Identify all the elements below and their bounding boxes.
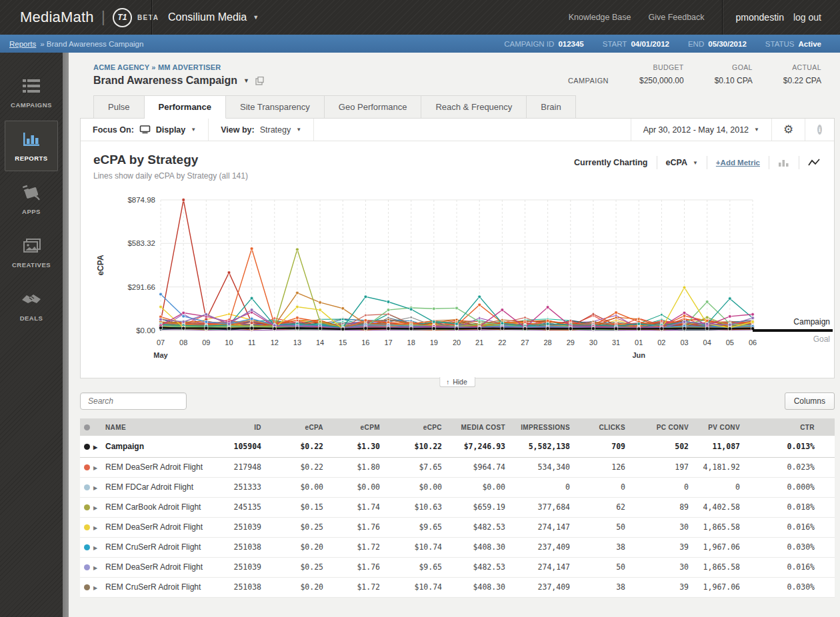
row-value: 4,402.58 xyxy=(689,497,740,517)
data-point xyxy=(410,316,413,319)
data-point xyxy=(319,301,322,305)
row-name[interactable]: REM CarBook Adroit Flight xyxy=(105,497,205,517)
y-axis-tick-label: $874.98 xyxy=(127,196,155,204)
metric-dropdown[interactable]: eCPA ▼ xyxy=(666,158,698,167)
logout-link[interactable]: log out xyxy=(793,12,821,23)
row-name[interactable]: Campaign xyxy=(105,436,205,457)
tab-reach-frequency[interactable]: Reach & Frequency xyxy=(421,95,527,119)
data-point xyxy=(637,318,640,320)
column-header-ecpm[interactable]: eCPM xyxy=(323,418,380,436)
row-value: $0.15 xyxy=(261,497,323,517)
search-box[interactable] xyxy=(80,392,187,410)
data-point xyxy=(501,326,504,330)
external-link-icon[interactable] xyxy=(255,77,264,85)
date-range-dropdown[interactable]: Apr 30, 2012 - May 14, 2012 ▼ xyxy=(631,119,771,141)
data-point xyxy=(728,327,731,330)
chevron-down-icon[interactable]: ▼ xyxy=(243,77,249,84)
x-axis-tick-label: 27 xyxy=(521,338,529,346)
data-point xyxy=(455,322,459,326)
row-dot-cell xyxy=(80,517,93,537)
sidebar-item-apps[interactable]: APPS xyxy=(5,174,58,225)
column-header-pv-conv[interactable]: PV CONV xyxy=(689,418,740,436)
user-zone: pmondestin log out xyxy=(723,0,840,35)
reports-breadcrumb-link[interactable]: Reports xyxy=(9,40,36,48)
view-by-dropdown[interactable]: View by: Strategy ▼ xyxy=(209,119,314,141)
data-point xyxy=(387,313,390,316)
bar-chart-view-icon[interactable] xyxy=(778,158,790,167)
expand-row-icon[interactable]: ▶ xyxy=(93,525,97,531)
column-header-pc-conv[interactable]: PC CONV xyxy=(625,418,689,436)
agency-breadcrumb[interactable]: ACME AGENCY » MM ADVERTISER xyxy=(93,63,264,71)
table-zone: Columns NAMEIDeCPAeCPMeCPCMEDIA COSTIMPR… xyxy=(80,378,835,598)
knowledge-base-link[interactable]: Knowledge Base xyxy=(569,13,631,22)
column-header-clicks[interactable]: CLICKS xyxy=(570,418,625,436)
column-header-impressions[interactable]: IMPRESSIONS xyxy=(505,418,570,436)
hide-chart-button[interactable]: ↑ Hide xyxy=(439,377,475,387)
row-value: $0.00 xyxy=(261,477,323,497)
search-input[interactable] xyxy=(87,396,194,406)
expand-row-icon[interactable]: ▶ xyxy=(93,444,97,450)
expand-row-icon[interactable]: ▶ xyxy=(93,585,97,591)
row-value: $1.80 xyxy=(323,457,380,477)
campaign-row-label: CAMPAIGN xyxy=(568,77,609,85)
sidebar-item-campaigns[interactable]: CAMPAIGNS xyxy=(5,67,58,118)
focus-on-dropdown[interactable]: Focus On: Display ▼ xyxy=(81,119,209,141)
sidebar-item-deals[interactable]: DEALS xyxy=(5,281,58,331)
column-header-ctr[interactable]: CTR xyxy=(740,418,835,436)
column-header-media-cost[interactable]: MEDIA COST xyxy=(442,418,505,436)
sidebar-item-creatives[interactable]: CREATIVES xyxy=(5,227,58,278)
row-value: $10.22 xyxy=(380,436,442,457)
sidebar-item-label: REPORTS xyxy=(15,155,47,162)
info-button[interactable]: i xyxy=(805,119,834,141)
x-axis-tick-label: 19 xyxy=(430,338,438,346)
row-value: $1.72 xyxy=(323,577,380,597)
column-header-id[interactable]: ID xyxy=(205,418,261,436)
row-value: $0.00 xyxy=(442,477,505,497)
data-point xyxy=(524,321,527,324)
column-header-ecpc[interactable]: eCPC xyxy=(380,418,442,436)
column-header-name[interactable]: NAME xyxy=(105,418,205,436)
tab-performance[interactable]: Performance xyxy=(145,95,226,119)
expand-row-icon[interactable]: ▶ xyxy=(93,565,97,571)
tab-geo-performance[interactable]: Geo Performance xyxy=(325,95,422,119)
column-header-ecpa[interactable]: eCPA xyxy=(261,418,323,436)
row-expand-cell: ▶ xyxy=(93,557,105,577)
row-value: $482.53 xyxy=(442,517,505,537)
data-point xyxy=(478,317,481,320)
row-name[interactable]: REM CruSerR Adroit Flight xyxy=(105,537,205,557)
column-header[interactable] xyxy=(93,418,105,436)
expand-row-icon[interactable]: ▶ xyxy=(93,505,97,511)
add-metric-link[interactable]: +Add Metric xyxy=(716,159,760,167)
row-name[interactable]: REM DeaSerR Adroit Flight xyxy=(105,557,205,577)
row-name[interactable]: REM CruSerR Adroit Flight xyxy=(105,577,205,597)
tab-site-transparency[interactable]: Site Transparency xyxy=(226,95,325,119)
tab-brain[interactable]: Brain xyxy=(527,95,575,119)
row-value: $659.19 xyxy=(442,497,505,517)
row-value: 377,684 xyxy=(505,497,570,517)
data-point xyxy=(614,327,617,330)
row-value: $1.74 xyxy=(323,497,380,517)
row-name[interactable]: REM DeaSerR Adroit Flight xyxy=(105,457,205,477)
data-point xyxy=(728,323,731,326)
row-name[interactable]: REM DeaSerR Adroit Flight xyxy=(105,517,205,537)
campaign-meta-campaign-id: CAMPAIGN ID012345 xyxy=(504,40,584,48)
row-value: 62 xyxy=(570,497,625,517)
give-feedback-link[interactable]: Give Feedback xyxy=(648,13,704,22)
data-point xyxy=(569,320,572,322)
meta-label: START xyxy=(603,40,627,48)
org-selector[interactable]: Consilium Media ▼ xyxy=(152,0,275,35)
column-header[interactable] xyxy=(80,418,93,436)
expand-row-icon[interactable]: ▶ xyxy=(93,485,97,491)
settings-button[interactable]: ⚙ xyxy=(771,119,805,141)
org-selector-label: Consilium Media xyxy=(168,11,247,23)
sidebar-item-reports[interactable]: REPORTS xyxy=(5,121,58,171)
columns-button[interactable]: Columns xyxy=(785,392,835,410)
tab-pulse[interactable]: Pulse xyxy=(93,95,145,119)
line-chart-view-icon[interactable] xyxy=(808,158,821,167)
row-name[interactable]: REM FDCar Adroit Flight xyxy=(105,477,205,497)
ecpa-line-chart[interactable]: CampaignGoal$874.98$583.32$291.66$0.00eC… xyxy=(81,183,834,378)
expand-row-icon[interactable]: ▶ xyxy=(93,545,97,551)
expand-row-icon[interactable]: ▶ xyxy=(93,465,97,471)
row-dot-cell xyxy=(80,497,93,517)
data-point xyxy=(364,326,367,330)
